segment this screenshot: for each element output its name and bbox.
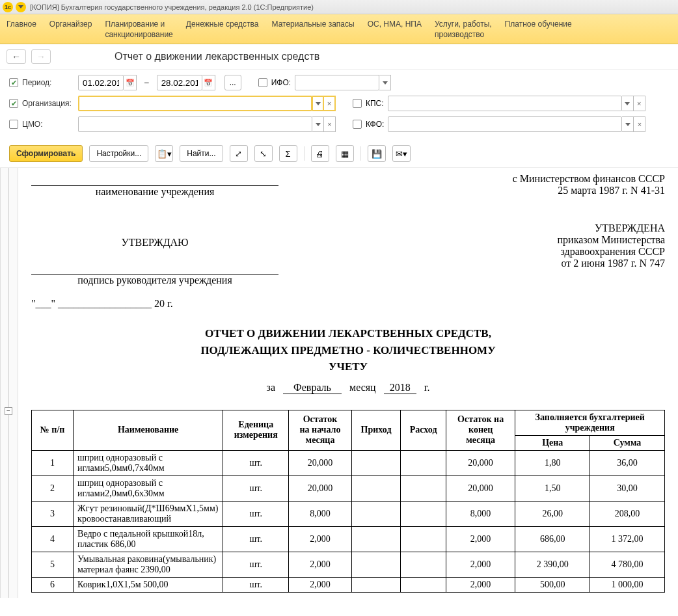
report-period: за Февраль месяц 2018 г. [31,382,665,394]
signature-line [31,263,278,275]
nav-forward-button[interactable]: → [31,49,51,64]
col-sum: Сумма [590,435,665,450]
table-row[interactable]: 6Коврик1,0Х1,5м 500,00шт.2,0002,000500,0… [32,577,665,592]
table-row[interactable]: 3Жгут резиновый(Д*Ш69ммХ1,5мм) кровооста… [32,501,665,526]
period-checkbox[interactable] [9,78,18,87]
agree-line1: с Министерством финансов СССР [463,173,665,185]
ifo-dropdown-icon[interactable] [379,75,391,90]
collapse-toggle[interactable]: − [5,407,12,415]
report-body: наименование учреждения УТВЕРЖДАЮ подпис… [18,168,678,598]
separator [304,146,305,161]
institution-line [31,174,278,186]
cmo-label: ЦМО: [22,120,74,129]
sum-button[interactable]: Σ [279,145,297,162]
main-menu: Главное Органайзер Планирование и санкци… [0,14,678,44]
col-income: Приход [351,410,401,450]
kps-clear-button[interactable]: × [634,96,645,111]
date-from-input[interactable] [78,75,124,90]
app-dropdown-icon[interactable] [16,2,26,12]
org-input[interactable] [78,96,312,111]
cmo-dropdown-icon[interactable] [312,116,324,132]
approve-label: УТВЕРЖДАЮ [31,237,278,248]
org-checkbox[interactable] [9,99,18,108]
email-button[interactable]: ✉▾ [392,145,411,162]
table-row[interactable]: 2шприц одноразовый с иглами2,0мм0,6х30мм… [32,475,665,501]
signature-label: подпись руководителя учреждения [31,275,278,286]
period-more-button[interactable]: ... [224,75,241,90]
kps-input[interactable] [388,96,622,111]
table-button[interactable]: ▦ [336,145,354,162]
window-title: [КОПИЯ] Бухгалтерия государственного учр… [30,3,314,11]
kfo-dropdown-icon[interactable] [622,116,634,132]
menu-money[interactable]: Денежные средства [186,20,259,40]
kps-label: КПС: [366,99,384,108]
ifo-input[interactable] [295,75,379,90]
run-button[interactable]: Сформировать [9,145,83,162]
save-button[interactable]: 💾 [368,145,386,162]
date-to-calendar-icon[interactable]: 📅 [202,75,215,90]
menu-organizer[interactable]: Органайзер [49,20,92,40]
cmo-checkbox[interactable] [9,120,18,129]
date-blank: "___" __________________ 20 г. [31,298,278,310]
ifo-label: ИФО: [271,78,291,87]
menu-materials[interactable]: Материальные запасы [272,20,355,40]
table-row[interactable]: 4Ведро с педальной крышкой18л, пластик 6… [32,526,665,552]
kfo-input[interactable] [388,116,622,132]
menu-services[interactable]: Услуги, работы, производство [435,20,492,40]
col-price: Цена [515,435,590,450]
cmo-clear-button[interactable]: × [324,116,336,132]
title-bar: 1c [КОПИЯ] Бухгалтерия государственного … [0,0,678,14]
print-button[interactable]: 🖨 [311,145,329,162]
table-row[interactable]: 5Умывальная раковина(умывальник) материа… [32,552,665,577]
app-icon: 1c [3,2,13,12]
kfo-checkbox[interactable] [353,120,362,129]
kfo-label: КФО: [366,120,384,129]
page-title: Отчет о движении лекарственных средств [115,51,319,62]
approved-line3: здравоохранения СССР [463,246,665,258]
kps-checkbox[interactable] [353,99,362,108]
action-bar: Сформировать Настройки... 📋▾ Найти... ⤢ … [0,142,678,168]
institution-label: наименование учреждения [31,186,278,198]
period-label: Период: [22,78,74,87]
filter-panel: Период: 📅 – 📅 ... ИФО: Организация: × [0,70,678,142]
table-row[interactable]: 1шприц одноразовый с иглами5,0мм0,7х40мм… [32,450,665,475]
cmo-input[interactable] [78,116,312,132]
ifo-checkbox[interactable] [258,78,267,87]
menu-paid-edu[interactable]: Платное обучение [505,20,572,40]
col-acct: Заполняется бухгалтерией учреждения [515,410,665,435]
menu-main[interactable]: Главное [7,20,36,40]
col-num: № п/п [32,410,74,450]
report-title: ОТЧЕТ О ДВИЖЕНИИ ЛЕКАРСТВЕННЫХ СРЕДСТВ, … [31,325,665,375]
date-dash: – [144,78,149,87]
menu-assets[interactable]: ОС, НМА, НПА [368,20,422,40]
col-end: Остаток на конец месяца [446,410,515,450]
outline-gutter: − [0,168,18,598]
approved-line1: УТВЕРЖДЕНА [463,222,665,234]
expand-button[interactable]: ⤢ [230,145,248,162]
col-unit: Еденица измерения [223,410,289,450]
col-expense: Расход [401,410,446,450]
nav-toolbar: ← → Отчет о движении лекарственных средс… [0,44,678,70]
date-from-calendar-icon[interactable]: 📅 [124,75,137,90]
separator [360,146,361,161]
agree-line2: 25 марта 1987 г. N 41-31 [463,185,665,196]
find-button[interactable]: Найти... [180,145,223,162]
approved-line2: приказом Министерства [463,234,665,246]
approved-line4: от 2 июня 1987 г. N 747 [463,258,665,269]
nav-back-button[interactable]: ← [7,49,26,64]
kfo-clear-button[interactable]: × [634,116,645,132]
org-label: Организация: [22,99,74,108]
kps-dropdown-icon[interactable] [622,96,634,111]
variants-button[interactable]: 📋▾ [155,145,173,162]
col-name: Наименование [74,410,223,450]
menu-planning[interactable]: Планирование и санкционирование [105,20,172,40]
date-to-input[interactable] [157,75,202,90]
col-start: Остаток на начало месяца [289,410,351,450]
data-table: № п/п Наименование Еденица измерения Ост… [31,410,665,593]
report-area: − наименование учреждения УТВЕРЖДАЮ подп… [0,168,678,598]
org-clear-button[interactable]: × [324,96,336,111]
org-dropdown-icon[interactable] [312,96,324,111]
settings-button[interactable]: Настройки... [89,145,148,162]
collapse-rows-button[interactable]: ⤡ [254,145,273,162]
